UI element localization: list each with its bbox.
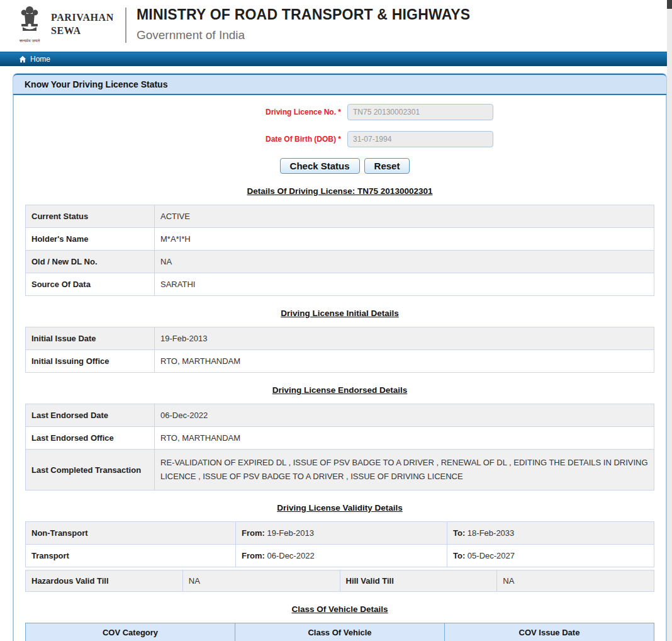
hazardous-label: Hazardous Valid Till — [26, 570, 183, 592]
row-label: Initial Issuing Office — [26, 350, 155, 373]
from-label: From: — [242, 528, 265, 538]
nav-home-link[interactable]: Home — [19, 55, 50, 64]
row-to: To: 18-Feb-2033 — [447, 522, 654, 545]
row-value: 19-Feb-2013 — [155, 327, 654, 350]
cov-table: COV Category Class Of Vehicle COV Issue … — [25, 623, 654, 641]
row-label: Holder's Name — [26, 228, 155, 251]
row-label: Last Completed Transaction — [26, 450, 155, 491]
row-value: NA — [155, 251, 654, 273]
table-row: Old / New DL No. NA — [26, 251, 654, 273]
row-from: From: 06-Dec-2022 — [236, 545, 447, 567]
cov-col-header: COV Issue Date — [445, 623, 654, 641]
table-row: Initial Issuing Office RTO, MARTHANDAM — [26, 350, 654, 373]
government-subtitle: Government of India — [137, 28, 470, 42]
to-label: To: — [453, 528, 465, 538]
cov-col-header: Class Of Vehicle — [235, 623, 445, 641]
from-label: From: — [242, 551, 265, 560]
initial-details-table: Initial Issue Date 19-Feb-2013 Initial I… — [25, 327, 654, 373]
table-row: Source Of Data SARATHI — [26, 273, 654, 296]
dl-number-label: Driving Licence No. * — [25, 108, 347, 116]
main-navbar: Home — [0, 52, 672, 66]
row-label: Source Of Data — [26, 273, 155, 296]
endorsed-details-table: Last Endorsed Date 06-Dec-2022 Last Endo… — [25, 404, 654, 491]
to-label: To: — [453, 551, 465, 560]
ministry-title: MINISTRY OF ROAD TRANSPORT & HIGHWAYS — [137, 6, 470, 23]
row-value: M*A*I*H — [155, 228, 654, 251]
cov-header-row: COV Category Class Of Vehicle COV Issue … — [26, 623, 654, 641]
cov-heading: Class Of Vehicle Details — [25, 604, 654, 614]
table-row: Non-Transport From: 19-Feb-2013 To: 18-F… — [26, 522, 654, 545]
hill-label: Hill Valid Till — [340, 570, 497, 592]
endorsed-details-heading: Driving License Endorsed Details — [25, 385, 654, 395]
row-value: ACTIVE — [155, 205, 654, 228]
table-row: Holder's Name M*A*I*H — [26, 228, 654, 251]
panel-title: Know Your Driving Licence Status — [13, 74, 666, 95]
details-heading: Details Of Driving License: TN75 2013000… — [25, 186, 654, 196]
header-divider — [125, 8, 126, 43]
scrollbar-thumb[interactable] — [667, 0, 672, 9]
table-row: Transport From: 06-Dec-2022 To: 05-Dec-2… — [26, 545, 654, 567]
panel-body: Driving Licence No. * Date Of Birth (DOB… — [14, 95, 666, 641]
row-label: Current Status — [26, 205, 155, 228]
validity-details-heading: Driving License Validity Details — [25, 503, 654, 513]
logo-line1: PARIVAHAN — [51, 11, 114, 25]
parivahan-sewa-logo: PARIVAHAN SEWA — [51, 11, 114, 38]
table-row: Hazardous Valid Till NA Hill Valid Till … — [26, 570, 654, 592]
dob-input[interactable] — [347, 131, 493, 147]
row-label: Non-Transport — [26, 522, 236, 545]
row-value: RTO, MARTHANDAM — [155, 350, 654, 373]
row-from: From: 19-Feb-2013 — [236, 522, 447, 545]
cov-col-header: COV Category — [26, 623, 235, 641]
row-label: Last Endorsed Date — [26, 404, 155, 427]
reset-button[interactable]: Reset — [364, 158, 410, 174]
dl-status-panel: Know Your Driving Licence Status Driving… — [13, 73, 667, 641]
table-row: Last Endorsed Office RTO, MARTHANDAM — [26, 427, 654, 450]
site-header: सत्यमेव जयते PARIVAHAN SEWA MINISTRY OF … — [0, 0, 672, 52]
nav-home-label: Home — [30, 55, 50, 64]
table-row: Initial Issue Date 19-Feb-2013 — [26, 327, 654, 350]
row-value: 06-Dec-2022 — [155, 404, 654, 427]
row-value: RE-VALIDATION OF EXPIRED DL , ISSUE OF P… — [155, 450, 654, 491]
dl-number-row: Driving Licence No. * — [25, 104, 654, 120]
check-status-button[interactable]: Check Status — [280, 158, 360, 174]
hazardous-value: NA — [182, 570, 340, 592]
hill-value: NA — [497, 570, 654, 592]
row-value: SARATHI — [155, 273, 654, 296]
hazard-hill-table: Hazardous Valid Till NA Hill Valid Till … — [25, 570, 654, 592]
home-icon — [19, 55, 26, 63]
dob-row: Date Of Birth (DOB) * — [25, 131, 654, 147]
table-row: Last Endorsed Date 06-Dec-2022 — [26, 404, 654, 427]
from-value: 06-Dec-2022 — [265, 551, 315, 560]
row-label: Initial Issue Date — [26, 327, 155, 350]
to-value: 18-Feb-2033 — [465, 528, 514, 538]
row-to: To: 05-Dec-2027 — [447, 545, 654, 567]
to-value: 05-Dec-2027 — [465, 551, 515, 560]
vertical-scrollbar[interactable] — [667, 0, 672, 641]
from-value: 19-Feb-2013 — [265, 528, 314, 538]
row-value: RTO, MARTHANDAM — [155, 427, 654, 450]
dl-number-input[interactable] — [347, 104, 493, 120]
logo-line2: SEWA — [51, 25, 114, 38]
table-row: Current Status ACTIVE — [26, 205, 654, 228]
dob-label: Date Of Birth (DOB) * — [25, 135, 347, 144]
ministry-block: MINISTRY OF ROAD TRANSPORT & HIGHWAYS Go… — [137, 5, 470, 42]
emblem-caption: सत्यमेव जयते — [16, 38, 43, 43]
details-table: Current Status ACTIVE Holder's Name M*A*… — [25, 205, 654, 296]
row-label: Last Endorsed Office — [26, 427, 155, 450]
row-label: Old / New DL No. — [26, 251, 155, 273]
row-label: Transport — [26, 545, 236, 567]
form-buttons: Check Status Reset — [35, 158, 654, 174]
initial-details-heading: Driving License Initial Details — [25, 309, 654, 318]
validity-table: Non-Transport From: 19-Feb-2013 To: 18-F… — [25, 521, 654, 567]
india-emblem-logo: सत्यमेव जयते — [16, 5, 43, 43]
ashoka-emblem-icon — [18, 5, 41, 38]
table-row: Last Completed Transaction RE-VALIDATION… — [26, 450, 654, 491]
